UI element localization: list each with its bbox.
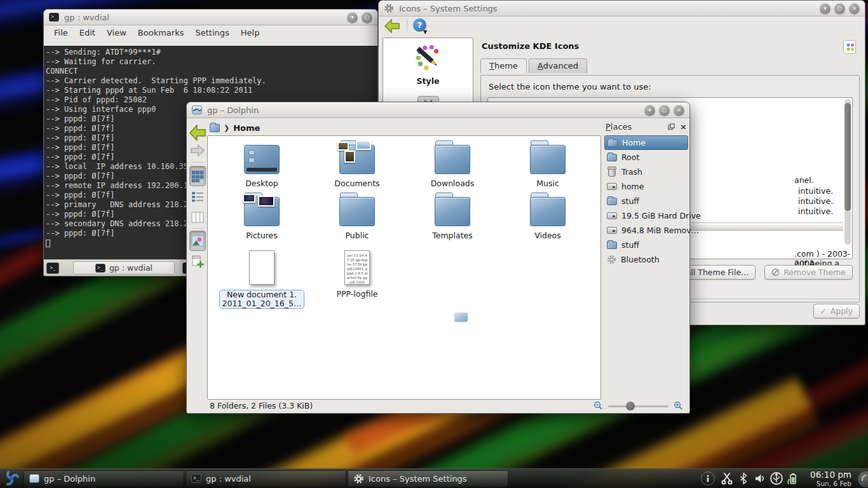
place-trash[interactable]: Trash xyxy=(604,165,688,179)
forward-icon[interactable] xyxy=(189,142,206,159)
places-header: Places xyxy=(606,122,632,132)
place-home[interactable]: Home xyxy=(604,135,688,150)
folder-item-pictures[interactable]: Pictures xyxy=(214,194,309,240)
kde-launcher-icon[interactable] xyxy=(0,469,23,488)
folder-icon xyxy=(530,145,566,174)
magnifier-minus-icon[interactable] xyxy=(593,401,603,410)
task-label: gp – Dolphin xyxy=(44,474,95,484)
folder-item-desktop[interactable]: Desktop xyxy=(214,142,309,188)
apply-button[interactable]: ✓ Apply xyxy=(813,304,860,318)
minimize-button[interactable]: ▾ xyxy=(644,105,655,116)
split-view-button[interactable] xyxy=(189,253,206,271)
columns-view-button[interactable] xyxy=(189,208,206,226)
menu-help[interactable]: Help xyxy=(236,27,265,38)
taskbar: gp – Dolphin >_ gp : wvdial Icons – Syst… xyxy=(0,468,868,488)
volume-icon[interactable] xyxy=(752,469,768,488)
detach-panel-icon[interactable] xyxy=(668,123,675,130)
terminal-titlebar[interactable]: >_ gp : wvdial ▾ ○ xyxy=(44,10,377,25)
select-theme-label: Select the icon theme you want to use: xyxy=(489,82,853,92)
toolbar-separator xyxy=(407,19,407,32)
remove-theme-button[interactable]: Remove Theme xyxy=(764,265,853,280)
minimize-button[interactable]: ▾ xyxy=(347,12,358,23)
battery-icon[interactable] xyxy=(785,469,801,488)
sidebar-item-style[interactable]: Style xyxy=(383,38,473,86)
folder-item-downloads[interactable]: Downloads xyxy=(405,142,500,188)
info-icon[interactable] xyxy=(701,471,715,485)
folder-view[interactable]: Desktop Documents Downloads Mu xyxy=(207,135,601,400)
terminal-icon: >_ xyxy=(191,474,201,483)
details-view-button[interactable] xyxy=(189,187,206,205)
item-label: Documents xyxy=(309,179,405,188)
task-wvdial[interactable]: >_ gp : wvdial xyxy=(186,470,346,487)
folder-item-music[interactable]: Music xyxy=(500,142,595,188)
scrollbar-thumb[interactable] xyxy=(844,103,851,211)
place-bluetooth[interactable]: Bluetooth xyxy=(604,252,688,267)
folder-icon xyxy=(435,197,470,226)
maximize-button[interactable]: ○ xyxy=(362,12,372,23)
theme-list-text-fragment: intuitive. xyxy=(798,196,833,206)
folder-item-templates[interactable]: Templates xyxy=(405,194,500,240)
zoom-slider[interactable] xyxy=(608,402,668,410)
close-button[interactable]: × xyxy=(849,3,860,14)
minimize-button[interactable]: ▾ xyxy=(820,3,831,14)
home-icon[interactable] xyxy=(210,124,220,132)
theme-list-scrollbar[interactable] xyxy=(844,99,851,245)
panel-cashew-icon[interactable] xyxy=(855,469,868,488)
folder-item-documents[interactable]: Documents xyxy=(309,142,405,188)
place-label: Home xyxy=(622,138,646,147)
back-icon[interactable] xyxy=(189,123,207,142)
zoom-slider-handle[interactable] xyxy=(626,402,635,410)
place-label: Trash xyxy=(621,167,642,177)
item-label: Public xyxy=(309,231,405,240)
clock[interactable]: 06:10 pm Sun, 6 Feb xyxy=(806,469,855,488)
place-hard-drive[interactable]: 19.5 GiB Hard Drive xyxy=(604,208,688,223)
toolbar-separator xyxy=(192,228,203,229)
terminal-tab-label: gp : wvdial xyxy=(109,263,153,273)
tab-advanced[interactable]: Advanced xyxy=(529,58,587,73)
folder-icon xyxy=(339,197,375,226)
task-dolphin[interactable]: gp – Dolphin xyxy=(24,470,184,487)
task-system-settings[interactable]: Icons – System Settings xyxy=(348,470,508,487)
place-stuff-2[interactable]: stuff xyxy=(604,238,688,252)
scissors-icon[interactable] xyxy=(719,469,735,488)
place-stuff[interactable]: stuff xyxy=(604,194,688,208)
menu-bookmarks[interactable]: Bookmarks xyxy=(133,27,189,38)
menu-settings[interactable]: Settings xyxy=(190,27,234,38)
place-label: stuff xyxy=(621,240,639,250)
tab-theme[interactable]: Theme xyxy=(480,58,527,73)
icon-grid-button[interactable] xyxy=(843,40,856,54)
theme-list-text-fragment: intuitive. xyxy=(798,207,833,216)
maximize-button[interactable]: ○ xyxy=(834,3,845,14)
folder-item-public[interactable]: Public xyxy=(309,194,405,240)
icons-view-button[interactable] xyxy=(189,166,206,186)
dolphin-window: gp – Dolphin ▾ ○ × ❯ Home xyxy=(186,102,690,414)
breadcrumb-location[interactable]: Home xyxy=(233,123,260,133)
file-item-new-document[interactable]: New document 1. 2011_01_20_16_5… xyxy=(214,250,309,309)
magnifier-plus-icon[interactable] xyxy=(674,401,683,410)
dolphin-titlebar[interactable]: gp – Dolphin ▾ ○ × xyxy=(187,102,689,118)
place-removable[interactable]: 964.8 MiB Remov… xyxy=(604,223,688,238)
folder-icon xyxy=(530,197,566,226)
new-tab-button[interactable]: >_ xyxy=(46,262,59,274)
folder-item-videos[interactable]: Videos xyxy=(500,194,595,240)
file-item-ppp-logfile[interactable]: Jan 17 09:4 7:18 gp-Asp ire-5738 pp pd[1… xyxy=(309,250,405,309)
place-root[interactable]: Root xyxy=(604,150,688,165)
back-icon[interactable] xyxy=(384,18,400,34)
usb-icon[interactable] xyxy=(768,469,785,488)
place-home-partition[interactable]: home xyxy=(604,179,688,194)
menu-file[interactable]: File xyxy=(49,27,73,38)
close-button[interactable]: × xyxy=(674,105,684,116)
terminal-tab[interactable]: >_ gp : wvdial xyxy=(73,261,175,274)
close-panel-icon[interactable]: × xyxy=(680,123,687,130)
menu-view[interactable]: View xyxy=(102,27,132,38)
text-file-icon: Jan 17 09:4 7:18 gp-Asp ire-5738 pp pd[1… xyxy=(344,250,370,285)
system-settings-title: Icons – System Settings xyxy=(399,4,498,13)
bluetooth-icon[interactable] xyxy=(735,469,752,488)
sidebar-item-label: Style xyxy=(383,76,473,86)
maximize-button[interactable]: ○ xyxy=(659,105,670,116)
menu-edit[interactable]: Edit xyxy=(74,27,100,38)
breadcrumb-chevron-icon: ❯ xyxy=(224,124,229,132)
preview-button[interactable] xyxy=(189,231,206,251)
gear-icon xyxy=(353,473,364,484)
system-settings-titlebar[interactable]: Icons – System Settings ▾ ○ × xyxy=(379,1,865,17)
